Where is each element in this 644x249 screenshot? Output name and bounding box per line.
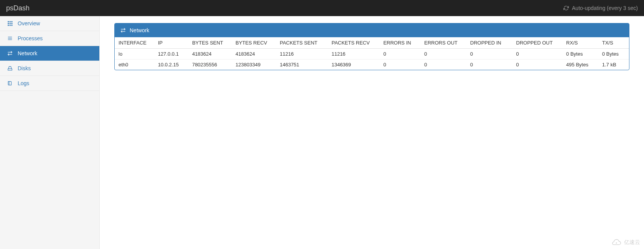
cell-packets-sent: 1463751 [277, 59, 329, 70]
cell-dropped-out: 0 [514, 59, 564, 70]
content: Overview Processes Network Disks Logs [0, 16, 644, 249]
svg-rect-4 [10, 23, 11, 24]
table-header-row: INTERFACE IP BYTES SENT BYTES RECV PACKE… [115, 37, 629, 49]
disk-icon [7, 66, 13, 71]
cell-errors-out: 0 [422, 49, 468, 59]
sidebar-item-overview[interactable]: Overview [0, 16, 99, 31]
sidebar-item-disks[interactable]: Disks [0, 61, 99, 76]
svg-rect-5 [12, 23, 13, 24]
sidebar-item-label: Disks [18, 65, 31, 71]
cell-dropped-in: 0 [468, 59, 514, 70]
sidebar: Overview Processes Network Disks Logs [0, 16, 100, 249]
svg-rect-8 [12, 25, 13, 26]
svg-rect-1 [10, 21, 11, 22]
sidebar-item-label: Network [18, 50, 37, 56]
cell-packets-recv: 1346369 [329, 59, 381, 70]
cell-errors-in: 0 [381, 49, 422, 59]
sidebar-item-label: Logs [18, 80, 29, 86]
cell-dropped-in: 0 [468, 49, 514, 59]
panel-title: Network [130, 27, 149, 33]
svg-rect-2 [12, 21, 13, 22]
th-errors-out: ERRORS OUT [422, 37, 468, 49]
transfer-icon [7, 51, 13, 56]
th-tx-s: TX/S [600, 37, 629, 49]
auto-update-indicator[interactable]: Auto-updating (every 3 sec) [563, 5, 638, 11]
svg-rect-6 [8, 25, 9, 26]
th-bytes-sent: BYTES SENT [190, 37, 233, 49]
sidebar-item-label: Overview [18, 20, 40, 26]
th-packets-recv: PACKETS RECV [329, 37, 381, 49]
th-interface: INTERFACE [115, 37, 156, 49]
cell-ip: 127.0.0.1 [156, 49, 190, 59]
cell-tx-s: 0 Bytes [600, 49, 629, 59]
network-table: INTERFACE IP BYTES SENT BYTES RECV PACKE… [115, 37, 629, 70]
cell-ip: 10.0.2.15 [156, 59, 190, 70]
refresh-icon [563, 5, 569, 11]
cell-bytes-recv: 4183624 [233, 49, 277, 59]
sidebar-item-processes[interactable]: Processes [0, 31, 99, 46]
cell-interface: lo [115, 49, 156, 59]
transfer-icon [120, 28, 126, 33]
book-icon [7, 81, 13, 86]
cell-bytes-sent: 780235556 [190, 59, 233, 70]
th-packets-sent: PACKETS SENT [277, 37, 329, 49]
cell-packets-recv: 11216 [329, 49, 381, 59]
grid-icon [7, 21, 13, 26]
main: Network INTERFACE IP BYTES SENT BYTES RE… [100, 16, 644, 249]
svg-rect-3 [8, 23, 9, 24]
cell-dropped-out: 0 [514, 49, 564, 59]
svg-rect-14 [8, 69, 12, 70]
panel-heading: Network [115, 23, 629, 37]
th-ip: IP [156, 37, 190, 49]
auto-update-label: Auto-updating (every 3 sec) [572, 5, 638, 11]
sidebar-item-logs[interactable]: Logs [0, 76, 99, 91]
cell-rx-s: 0 Bytes [564, 49, 600, 59]
brand[interactable]: psDash [6, 4, 30, 12]
cell-bytes-recv: 123803349 [233, 59, 277, 70]
cell-tx-s: 1.7 kB [600, 59, 629, 70]
svg-rect-0 [8, 21, 9, 22]
cell-bytes-sent: 4183624 [190, 49, 233, 59]
cell-packets-sent: 11216 [277, 49, 329, 59]
table-row: lo 127.0.0.1 4183624 4183624 11216 11216… [115, 49, 629, 59]
th-bytes-recv: BYTES RECV [233, 37, 277, 49]
table-row: eth0 10.0.2.15 780235556 123803349 14637… [115, 59, 629, 70]
network-panel: Network INTERFACE IP BYTES SENT BYTES RE… [114, 23, 629, 70]
svg-rect-7 [10, 25, 11, 26]
th-dropped-in: DROPPED IN [468, 37, 514, 49]
cell-interface: eth0 [115, 59, 156, 70]
cell-rx-s: 495 Bytes [564, 59, 600, 70]
navbar: psDash Auto-updating (every 3 sec) [0, 0, 644, 16]
cell-errors-in: 0 [381, 59, 422, 70]
list-icon [7, 36, 13, 41]
cell-errors-out: 0 [422, 59, 468, 70]
sidebar-item-label: Processes [18, 35, 43, 41]
sidebar-item-network[interactable]: Network [0, 46, 99, 61]
th-errors-in: ERRORS IN [381, 37, 422, 49]
th-dropped-out: DROPPED OUT [514, 37, 564, 49]
th-rx-s: RX/S [564, 37, 600, 49]
